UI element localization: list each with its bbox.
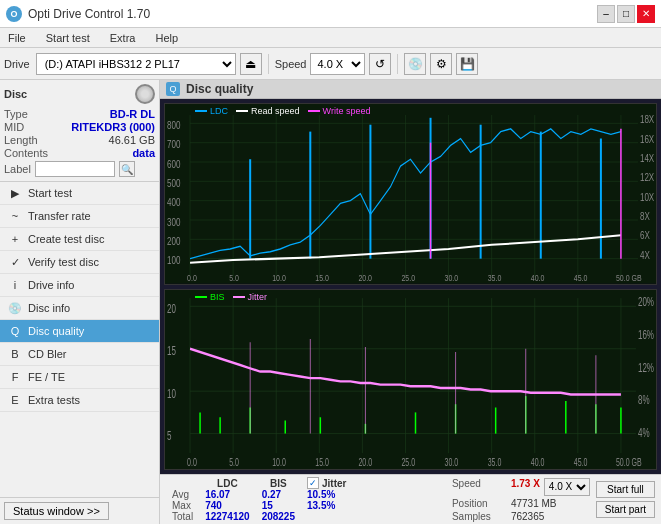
legend-bis: BIS bbox=[195, 292, 225, 302]
total-bis: 208225 bbox=[256, 511, 301, 522]
disc-icon[interactable] bbox=[135, 84, 155, 104]
disc-panel: Disc Type BD-R DL MID RITEKDR3 (000) Len… bbox=[0, 80, 159, 182]
svg-text:10.0: 10.0 bbox=[272, 455, 286, 468]
svg-text:6X: 6X bbox=[640, 229, 650, 242]
chart1-legend: LDC Read speed Write speed bbox=[195, 106, 370, 116]
disc-button[interactable]: 💿 bbox=[404, 53, 426, 75]
charts-container: LDC Read speed Write speed 800 bbox=[160, 99, 661, 474]
stats-left: LDC BIS ✓ Jitter Avg 16.07 0. bbox=[166, 477, 364, 522]
speed-stat-select[interactable]: 4.0 X bbox=[544, 478, 590, 496]
length-label: Length bbox=[4, 134, 38, 146]
nav-label-disc-info: Disc info bbox=[28, 302, 70, 314]
nav-item-verify-test-disc[interactable]: ✓Verify test disc bbox=[0, 251, 159, 274]
nav-item-disc-info[interactable]: 💿Disc info bbox=[0, 297, 159, 320]
svg-text:8X: 8X bbox=[640, 210, 650, 223]
label-input[interactable] bbox=[35, 161, 115, 177]
nav-item-transfer-rate[interactable]: ~Transfer rate bbox=[0, 205, 159, 228]
svg-text:30.0: 30.0 bbox=[445, 455, 459, 468]
nav-icon-create-test-disc: + bbox=[8, 232, 22, 246]
eject-button[interactable]: ⏏ bbox=[240, 53, 262, 75]
svg-text:40.0: 40.0 bbox=[531, 272, 545, 283]
refresh-button[interactable]: ↺ bbox=[369, 53, 391, 75]
svg-text:400: 400 bbox=[167, 196, 180, 209]
svg-text:20.0: 20.0 bbox=[358, 455, 372, 468]
nav-icon-cd-bler: B bbox=[8, 347, 22, 361]
legend-ldc-label: LDC bbox=[210, 106, 228, 116]
save-button[interactable]: 💾 bbox=[456, 53, 478, 75]
svg-rect-0 bbox=[165, 104, 656, 284]
legend-write-label: Write speed bbox=[323, 106, 371, 116]
nav-item-create-test-disc[interactable]: +Create test disc bbox=[0, 228, 159, 251]
svg-text:15: 15 bbox=[167, 343, 176, 357]
svg-text:15.0: 15.0 bbox=[315, 455, 329, 468]
samples-val: 762365 bbox=[511, 511, 544, 522]
nav-icon-transfer-rate: ~ bbox=[8, 209, 22, 223]
svg-text:40.0: 40.0 bbox=[531, 455, 545, 468]
jitter-header: Jitter bbox=[322, 478, 346, 489]
menu-start-test[interactable]: Start test bbox=[42, 31, 94, 45]
nav-item-disc-quality[interactable]: QDisc quality bbox=[0, 320, 159, 343]
legend-read-speed: Read speed bbox=[236, 106, 300, 116]
bis-chart: BIS Jitter 20 15 10 5 20% 16% bbox=[164, 289, 657, 471]
ldc-header: LDC bbox=[199, 477, 256, 489]
minimize-button[interactable]: – bbox=[597, 5, 615, 23]
label-button[interactable]: 🔍 bbox=[119, 161, 135, 177]
nav-icon-disc-quality: Q bbox=[8, 324, 22, 338]
quality-icon: Q bbox=[166, 82, 180, 96]
total-label: Total bbox=[166, 511, 199, 522]
svg-text:0.0: 0.0 bbox=[187, 272, 197, 283]
status-window-button[interactable]: Status window >> bbox=[4, 502, 109, 520]
legend-jitter: Jitter bbox=[233, 292, 268, 302]
type-label: Type bbox=[4, 108, 28, 120]
svg-text:12%: 12% bbox=[638, 359, 654, 373]
svg-text:800: 800 bbox=[167, 119, 180, 132]
nav-item-start-test[interactable]: ▶Start test bbox=[0, 182, 159, 205]
title-bar: O Opti Drive Control 1.70 – □ ✕ bbox=[0, 0, 661, 28]
svg-text:100: 100 bbox=[167, 254, 180, 267]
sidebar: Disc Type BD-R DL MID RITEKDR3 (000) Len… bbox=[0, 80, 160, 524]
svg-text:8%: 8% bbox=[638, 392, 650, 406]
legend-read-label: Read speed bbox=[251, 106, 300, 116]
nav-item-fe-te[interactable]: FFE / TE bbox=[0, 366, 159, 389]
menu-help[interactable]: Help bbox=[151, 31, 182, 45]
svg-text:4X: 4X bbox=[640, 248, 650, 261]
type-value: BD-R DL bbox=[110, 108, 155, 120]
nav-item-extra-tests[interactable]: EExtra tests bbox=[0, 389, 159, 412]
nav-item-drive-info[interactable]: iDrive info bbox=[0, 274, 159, 297]
maximize-button[interactable]: □ bbox=[617, 5, 635, 23]
drive-select[interactable]: (D:) ATAPI iHBS312 2 PL17 bbox=[36, 53, 236, 75]
speed-select[interactable]: 4.0 X bbox=[310, 53, 365, 75]
settings-button[interactable]: ⚙ bbox=[430, 53, 452, 75]
start-part-button[interactable]: Start part bbox=[596, 501, 655, 518]
start-full-button[interactable]: Start full bbox=[596, 481, 655, 498]
svg-text:600: 600 bbox=[167, 157, 180, 170]
legend-write-speed: Write speed bbox=[308, 106, 371, 116]
svg-text:20%: 20% bbox=[638, 294, 654, 308]
read-speed-color bbox=[236, 110, 248, 112]
stats-table: LDC BIS ✓ Jitter Avg 16.07 0. bbox=[166, 477, 364, 522]
jitter-checkbox[interactable]: ✓ bbox=[307, 477, 319, 489]
max-bis: 15 bbox=[256, 500, 301, 511]
length-value: 46.61 GB bbox=[109, 134, 155, 146]
nav-item-cd-bler[interactable]: BCD Bler bbox=[0, 343, 159, 366]
svg-text:12X: 12X bbox=[640, 171, 655, 184]
svg-text:50.0 GB: 50.0 GB bbox=[616, 455, 642, 468]
nav-label-extra-tests: Extra tests bbox=[28, 394, 80, 406]
total-ldc: 12274120 bbox=[199, 511, 256, 522]
svg-text:25.0: 25.0 bbox=[401, 455, 415, 468]
svg-text:500: 500 bbox=[167, 177, 180, 190]
close-button[interactable]: ✕ bbox=[637, 5, 655, 23]
max-jitter: 13.5% bbox=[301, 500, 352, 511]
svg-text:35.0: 35.0 bbox=[488, 272, 502, 283]
avg-ldc: 16.07 bbox=[199, 489, 256, 500]
svg-text:300: 300 bbox=[167, 215, 180, 228]
position-val: 47731 MB bbox=[511, 498, 557, 509]
drive-label: Drive bbox=[4, 58, 30, 70]
speed-stat-val: 1.73 X bbox=[511, 478, 540, 496]
menu-file[interactable]: File bbox=[4, 31, 30, 45]
chart1-svg: 800 700 600 500 400 300 200 100 18X 16X … bbox=[165, 104, 656, 284]
nav-icon-verify-test-disc: ✓ bbox=[8, 255, 22, 269]
mid-value: RITEKDR3 (000) bbox=[71, 121, 155, 133]
menu-extra[interactable]: Extra bbox=[106, 31, 140, 45]
ldc-chart: LDC Read speed Write speed 800 bbox=[164, 103, 657, 285]
